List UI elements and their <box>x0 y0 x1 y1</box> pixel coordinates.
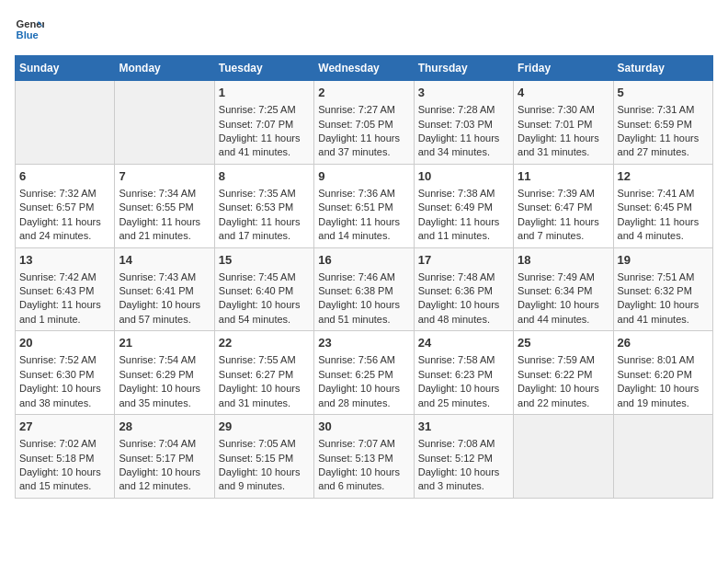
daylight-text: Daylight: 11 hours and 14 minutes. <box>318 216 400 241</box>
sunset-text: Sunset: 7:01 PM <box>518 119 592 130</box>
daylight-text: Daylight: 10 hours and 3 minutes. <box>418 466 500 491</box>
day-number: 20 <box>19 335 110 351</box>
sunset-text: Sunset: 6:40 PM <box>219 285 293 296</box>
calendar-cell: 29Sunrise: 7:05 AMSunset: 5:15 PMDayligh… <box>214 415 313 499</box>
sunrise-text: Sunrise: 7:45 AM <box>219 271 296 282</box>
daylight-text: Daylight: 11 hours and 31 minutes. <box>518 132 599 157</box>
calendar-cell: 2Sunrise: 7:27 AMSunset: 7:05 PMDaylight… <box>314 81 414 165</box>
calendar-cell: 21Sunrise: 7:54 AMSunset: 6:29 PMDayligh… <box>115 331 214 415</box>
calendar-cell: 22Sunrise: 7:55 AMSunset: 6:27 PMDayligh… <box>214 331 313 415</box>
sunrise-text: Sunrise: 7:36 AM <box>318 188 395 199</box>
sunset-text: Sunset: 5:18 PM <box>19 453 94 464</box>
day-number: 24 <box>418 335 509 351</box>
daylight-text: Daylight: 11 hours and 4 minutes. <box>618 216 700 241</box>
day-number: 25 <box>518 335 609 351</box>
daylight-text: Daylight: 11 hours and 41 minutes. <box>219 132 301 157</box>
day-number: 5 <box>618 85 709 101</box>
day-header-saturday: Saturday <box>613 56 712 81</box>
sunrise-text: Sunrise: 7:04 AM <box>119 438 196 449</box>
sunset-text: Sunset: 6:53 PM <box>219 201 293 213</box>
sunset-text: Sunset: 6:23 PM <box>418 369 493 380</box>
daylight-text: Daylight: 11 hours and 27 minutes. <box>618 132 700 157</box>
day-number: 21 <box>119 335 210 351</box>
daylight-text: Daylight: 11 hours and 7 minutes. <box>518 216 599 241</box>
daylight-text: Daylight: 10 hours and 57 minutes. <box>119 299 200 324</box>
calendar-cell: 7Sunrise: 7:34 AMSunset: 6:55 PMDaylight… <box>115 164 214 247</box>
calendar-cell: 28Sunrise: 7:04 AMSunset: 5:17 PMDayligh… <box>115 415 214 499</box>
daylight-text: Daylight: 10 hours and 28 minutes. <box>318 383 400 408</box>
day-number: 6 <box>19 168 110 185</box>
sunset-text: Sunset: 6:34 PM <box>518 285 592 296</box>
day-number: 11 <box>518 168 609 185</box>
daylight-text: Daylight: 10 hours and 31 minutes. <box>219 383 301 408</box>
calendar-cell: 23Sunrise: 7:56 AMSunset: 6:25 PMDayligh… <box>314 331 414 415</box>
calendar-cell: 3Sunrise: 7:28 AMSunset: 7:03 PMDaylight… <box>414 81 513 165</box>
day-number: 26 <box>618 335 709 351</box>
day-header-wednesday: Wednesday <box>314 56 414 81</box>
day-number: 9 <box>318 168 409 185</box>
day-number: 4 <box>518 85 609 101</box>
calendar-cell <box>514 415 613 499</box>
sunset-text: Sunset: 6:30 PM <box>19 369 94 380</box>
sunrise-text: Sunrise: 7:54 AM <box>119 354 196 365</box>
sunrise-text: Sunrise: 7:59 AM <box>518 354 595 365</box>
sunrise-text: Sunrise: 7:28 AM <box>418 104 495 115</box>
sunset-text: Sunset: 6:59 PM <box>618 119 692 130</box>
sunrise-text: Sunrise: 7:46 AM <box>318 271 395 282</box>
day-number: 30 <box>318 419 409 435</box>
day-number: 19 <box>618 252 709 269</box>
sunrise-text: Sunrise: 7:35 AM <box>219 188 296 199</box>
sunrise-text: Sunrise: 7:52 AM <box>19 354 97 365</box>
daylight-text: Daylight: 10 hours and 22 minutes. <box>518 383 599 408</box>
daylight-text: Daylight: 10 hours and 41 minutes. <box>618 299 700 324</box>
calendar-cell: 9Sunrise: 7:36 AMSunset: 6:51 PMDaylight… <box>314 164 414 247</box>
day-number: 17 <box>418 252 509 269</box>
day-number: 12 <box>618 168 709 185</box>
sunset-text: Sunset: 6:20 PM <box>618 369 692 380</box>
day-number: 27 <box>19 419 110 435</box>
day-header-monday: Monday <box>115 56 214 81</box>
sunrise-text: Sunrise: 7:48 AM <box>418 271 495 282</box>
sunset-text: Sunset: 6:36 PM <box>418 285 493 296</box>
calendar-cell: 8Sunrise: 7:35 AMSunset: 6:53 PMDaylight… <box>214 164 313 247</box>
sunrise-text: Sunrise: 7:55 AM <box>219 354 296 365</box>
calendar-table: SundayMondayTuesdayWednesdayThursdayFrid… <box>15 55 713 499</box>
day-number: 8 <box>219 168 310 185</box>
calendar-cell: 24Sunrise: 7:58 AMSunset: 6:23 PMDayligh… <box>414 331 513 415</box>
calendar-cell: 20Sunrise: 7:52 AMSunset: 6:30 PMDayligh… <box>16 331 115 415</box>
daylight-text: Daylight: 10 hours and 38 minutes. <box>19 383 101 408</box>
sunrise-text: Sunrise: 7:51 AM <box>618 271 695 282</box>
sunrise-text: Sunrise: 7:56 AM <box>318 354 395 365</box>
sunset-text: Sunset: 6:29 PM <box>119 369 193 380</box>
calendar-cell: 31Sunrise: 7:08 AMSunset: 5:12 PMDayligh… <box>414 415 513 499</box>
sunrise-text: Sunrise: 7:43 AM <box>119 271 196 282</box>
calendar-cell: 19Sunrise: 7:51 AMSunset: 6:32 PMDayligh… <box>613 247 712 331</box>
calendar-cell: 26Sunrise: 8:01 AMSunset: 6:20 PMDayligh… <box>613 331 712 415</box>
day-number: 7 <box>119 168 210 185</box>
svg-text:Blue: Blue <box>17 29 39 40</box>
day-header-sunday: Sunday <box>16 56 115 81</box>
sunrise-text: Sunrise: 7:05 AM <box>219 438 296 449</box>
day-number: 14 <box>119 252 210 269</box>
calendar-cell <box>115 81 214 165</box>
day-number: 13 <box>19 252 110 269</box>
calendar-cell <box>16 81 115 165</box>
calendar-cell: 5Sunrise: 7:31 AMSunset: 6:59 PMDaylight… <box>613 81 712 165</box>
sunset-text: Sunset: 6:55 PM <box>119 201 193 213</box>
calendar-cell: 1Sunrise: 7:25 AMSunset: 7:07 PMDaylight… <box>214 81 313 165</box>
sunrise-text: Sunrise: 7:02 AM <box>19 438 97 449</box>
calendar-cell: 12Sunrise: 7:41 AMSunset: 6:45 PMDayligh… <box>613 164 712 247</box>
day-number: 15 <box>219 252 310 269</box>
daylight-text: Daylight: 10 hours and 44 minutes. <box>518 299 599 324</box>
daylight-text: Daylight: 11 hours and 21 minutes. <box>119 216 200 241</box>
sunrise-text: Sunrise: 7:38 AM <box>418 188 495 199</box>
sunrise-text: Sunrise: 8:01 AM <box>618 354 695 365</box>
calendar-cell: 13Sunrise: 7:42 AMSunset: 6:43 PMDayligh… <box>16 247 115 331</box>
day-number: 22 <box>219 335 310 351</box>
daylight-text: Daylight: 10 hours and 51 minutes. <box>318 299 400 324</box>
sunset-text: Sunset: 5:12 PM <box>418 453 493 464</box>
calendar-cell: 16Sunrise: 7:46 AMSunset: 6:38 PMDayligh… <box>314 247 414 331</box>
calendar-cell: 4Sunrise: 7:30 AMSunset: 7:01 PMDaylight… <box>514 81 613 165</box>
day-header-friday: Friday <box>514 56 613 81</box>
daylight-text: Daylight: 10 hours and 12 minutes. <box>119 466 200 491</box>
